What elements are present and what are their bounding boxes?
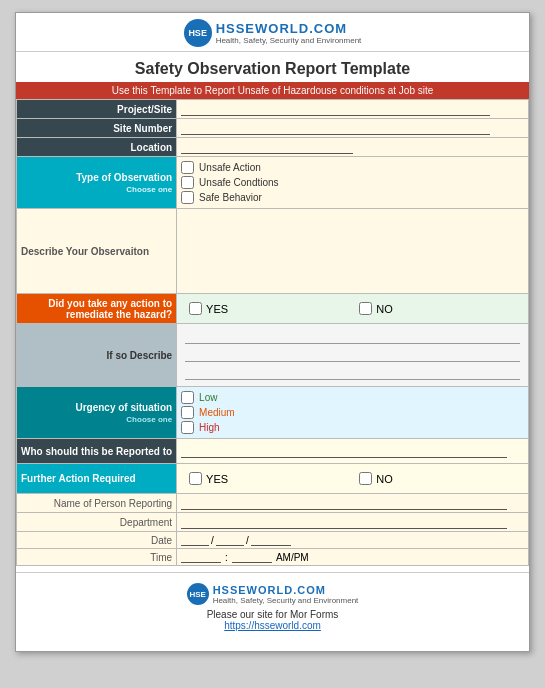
urgency-sublabel: Choose one [126,415,172,424]
if-so-line-1[interactable] [185,330,520,344]
describe-label: Describe Your Observaiton [17,209,177,294]
time-minute[interactable] [232,551,272,563]
checkbox-further-no[interactable] [359,472,372,485]
time-row: Time : AM/PM [17,549,529,566]
logo-title: HSSEWORLD.COM [216,21,362,36]
site-number-input[interactable] [181,121,490,135]
date-input-cell: / / [177,532,529,549]
obs-option-safe-behavior: Safe Behavior [181,191,524,204]
footer-logo-text-block: HSSEWORLD.COM Health, Safety, Security a… [213,584,359,605]
further-row: Further Action Required YES NO [17,464,529,494]
yes-no-row: YES NO [181,296,524,321]
obs-option-unsafe-conditions: Unsafe Condtions [181,176,524,189]
time-input-cell: : AM/PM [177,549,529,566]
dept-input[interactable] [181,515,507,529]
further-yes-no-row: YES NO [181,466,524,491]
project-site-input[interactable] [181,102,490,116]
checkbox-low[interactable] [181,391,194,404]
obs-type-label: Type of Observation Choose one [17,157,177,209]
urgency-high: High [181,421,524,434]
further-no-option: NO [359,472,393,485]
person-input[interactable] [181,496,507,510]
who-input-cell [177,439,529,464]
footer-logo-icon: HSE [187,583,209,605]
header-logo-section: HSE HSSEWORLD.COM Health, Safety, Securi… [16,13,529,52]
describe-input-cell [177,209,529,294]
footer-logo: HSE HSSEWORLD.COM Health, Safety, Securi… [187,583,359,605]
location-row: Location [17,138,529,157]
location-label: Location [17,138,177,157]
who-input[interactable] [181,444,507,458]
checkbox-no[interactable] [359,302,372,315]
site-number-row: Site Number [17,119,529,138]
urgency-options-cell: Low Medium High [177,387,529,439]
describe-row: Describe Your Observaiton [17,209,529,294]
person-input-cell [177,494,529,513]
further-options-cell: YES NO [177,464,529,494]
footer-message: Please our site for Mor Forms [26,609,519,620]
logo-icon: HSE [184,19,212,47]
project-site-input-cell [177,100,529,119]
describe-textarea[interactable] [181,211,524,289]
date-day[interactable] [216,534,244,546]
if-so-line-3[interactable] [185,366,520,380]
dept-row: Department [17,513,529,532]
date-row: Date / / [17,532,529,549]
logo-box: HSE HSSEWORLD.COM Health, Safety, Securi… [184,19,362,47]
checkbox-high[interactable] [181,421,194,434]
ampm-label: AM/PM [276,552,309,563]
obs-type-row: Type of Observation Choose one Unsafe Ac… [17,157,529,209]
checkbox-safe-behavior[interactable] [181,191,194,204]
date-inputs: / / [181,534,524,546]
project-site-label: Project/Site [17,100,177,119]
checkbox-unsafe-conditions[interactable] [181,176,194,189]
if-so-line-2[interactable] [185,348,520,362]
remediate-label: Did you take any action to remediate the… [17,294,177,324]
subtitle-bar: Use this Template to Report Unsafe of Ha… [16,82,529,99]
time-label: Time [17,549,177,566]
form-table: Project/Site Site Number Location Type o… [16,99,529,566]
if-so-lines [181,326,524,384]
date-year[interactable] [251,534,291,546]
urgency-label: Urgency of situation Choose one [17,387,177,439]
checkbox-unsafe-action[interactable] [181,161,194,174]
further-label: Further Action Required [17,464,177,494]
further-yes-option: YES [189,472,228,485]
time-hour[interactable] [181,551,221,563]
date-label: Date [17,532,177,549]
time-inputs: : AM/PM [181,551,524,563]
footer-link[interactable]: https://hsseworld.com [26,620,519,631]
location-input-cell [177,138,529,157]
date-month[interactable] [181,534,209,546]
remediate-row: Did you take any action to remediate the… [17,294,529,324]
if-so-label: If so Describe [17,324,177,387]
checkbox-medium[interactable] [181,406,194,419]
if-so-row: If so Describe [17,324,529,387]
obs-option-unsafe-action: Unsafe Action [181,161,524,174]
checkbox-further-yes[interactable] [189,472,202,485]
urgency-medium: Medium [181,406,524,419]
project-site-row: Project/Site [17,100,529,119]
who-label: Who should this be Reported to [17,439,177,464]
who-row: Who should this be Reported to [17,439,529,464]
logo-subtitle: Health, Safety, Security and Environment [216,36,362,45]
no-option: NO [359,302,393,315]
logo-text-block: HSSEWORLD.COM Health, Safety, Security a… [216,21,362,45]
person-row: Name of Person Reporting [17,494,529,513]
site-number-input-cell [177,119,529,138]
report-title: Safety Observation Report Template [16,52,529,82]
if-so-input-cell [177,324,529,387]
urgency-row: Urgency of situation Choose one Low Medi… [17,387,529,439]
remediate-options-cell: YES NO [177,294,529,324]
footer-logo-subtitle: Health, Safety, Security and Environment [213,596,359,605]
dept-input-cell [177,513,529,532]
location-input[interactable] [181,140,352,154]
dept-label: Department [17,513,177,532]
checkbox-yes[interactable] [189,302,202,315]
urgency-low: Low [181,391,524,404]
obs-type-sublabel: Choose one [126,185,172,194]
obs-type-options-cell: Unsafe Action Unsafe Condtions Safe Beha… [177,157,529,209]
site-number-label: Site Number [17,119,177,138]
footer-section: HSE HSSEWORLD.COM Health, Safety, Securi… [16,572,529,641]
page: HSE HSSEWORLD.COM Health, Safety, Securi… [15,12,530,652]
